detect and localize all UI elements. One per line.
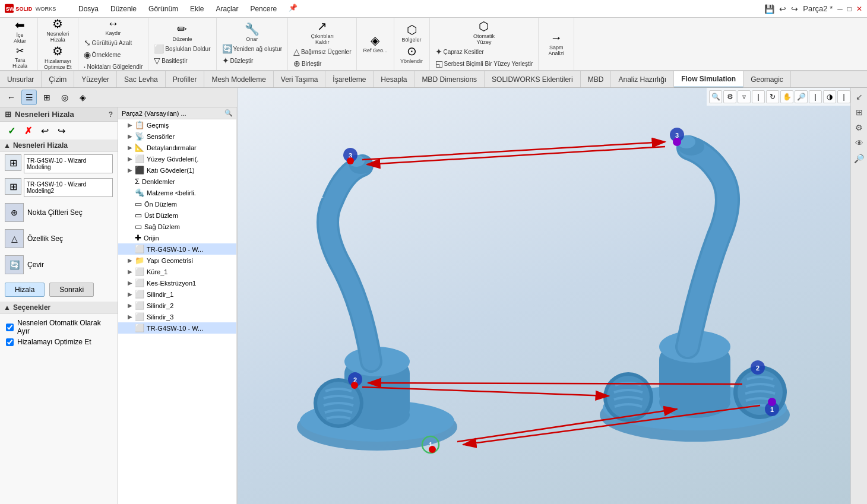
ribbon-btn-duzlestir[interactable]: ✦ Düzleştir <box>220 55 284 66</box>
tree-item-silindir3[interactable]: ▶ ⬜ Silindir_3 <box>118 311 236 322</box>
ribbon-btn-bagimsiz[interactable]: △ Bağımsız Üçgenler <box>292 46 353 57</box>
quick-redo-icon[interactable]: ↪ <box>791 4 798 14</box>
ribbon-btn-bolgeler[interactable]: ⬡ Bölgeler <box>399 23 423 44</box>
ribbon-btn-yeniden[interactable]: 🔄 Yeniden ağ oluştur <box>220 43 284 54</box>
rotate-item[interactable]: 🔄 Çevir <box>0 252 118 278</box>
tab-hesapla[interactable]: Hesapla <box>374 71 414 88</box>
tab-yuzeyler[interactable]: Yüzeyler <box>74 71 117 88</box>
tree-item-on-duzlem[interactable]: ▭ Ön Düzlem <box>118 198 236 210</box>
ok-btn[interactable]: ✓ <box>5 124 18 137</box>
tab-mesh[interactable]: Mesh Modelleme <box>204 71 273 88</box>
close-btn[interactable]: ✕ <box>856 5 862 13</box>
tree-item-detaylandirmalar[interactable]: ▶ 📐 Detaylandırmalar <box>118 142 236 153</box>
help-btn[interactable]: ? <box>109 110 113 119</box>
ribbon-btn-cikinti[interactable]: ↗ ÇıkıntılarıKaldır <box>308 19 336 46</box>
align-item-2-text[interactable]: TR-G4SW-10 - Wizard Modeling2 <box>24 178 113 197</box>
tree-item-tr1[interactable]: ⬜ TR-G4SW-10 - W... <box>118 243 236 255</box>
tree-item-silindir1[interactable]: ▶ ⬜ Silindir_1 <box>118 289 236 300</box>
tab-mbd-dimensions[interactable]: MBD Dimensions <box>414 71 485 88</box>
tree-item-kati-govdeler[interactable]: ▶ ⬛ Katı Gövdeler(1) <box>118 164 236 176</box>
checkbox-2[interactable] <box>6 338 14 346</box>
redo-btn[interactable]: ↪ <box>55 124 68 137</box>
panel-icon-extra[interactable]: ◈ <box>75 90 90 105</box>
tab-flow-simulation[interactable]: Flow Simulation <box>674 71 743 88</box>
tree-item-silindir2[interactable]: ▶ ⬜ Silindir_2 <box>118 300 236 311</box>
tree-search-icon[interactable]: 🔍 <box>224 109 233 117</box>
vp-filter-icon[interactable]: ▿ <box>738 90 751 103</box>
menu-gorunum[interactable]: Görünüm <box>144 4 183 14</box>
panel-icon-display[interactable]: ◎ <box>57 90 72 105</box>
tree-item-malzeme[interactable]: 🔩 Malzeme <belirli. <box>118 187 236 198</box>
ribbon-btn-serbest[interactable]: ◱ Serbest Biçimli Bir Yüzey Yerleştir <box>434 58 535 69</box>
ribbon-btn-kaydir[interactable]: ↔ Kaydır <box>103 18 123 37</box>
ribbon-btn-tara[interactable]: ✂ TaraHizala <box>10 45 30 70</box>
menu-duzenle[interactable]: Düzenle <box>106 4 141 14</box>
panel-icon-properties[interactable]: ⊞ <box>39 90 55 105</box>
checkbox-1[interactable] <box>6 324 14 331</box>
maximize-btn[interactable]: □ <box>847 5 852 13</box>
tree-item-sensorler[interactable]: ▶ 📡 Sensörler <box>118 131 236 142</box>
tab-analiz[interactable]: Analiz Hazırlığı <box>611 71 674 88</box>
tree-item-yuzey-govdeleri[interactable]: ▶ ⬜ Yüzey Gövdeleri(. <box>118 153 236 164</box>
ribbon-btn-duzenle[interactable]: ✏ Düzenle <box>170 22 194 43</box>
menu-pencere[interactable]: Pencere <box>245 4 281 14</box>
rs-arrow-icon[interactable]: ↙ <box>853 90 866 103</box>
rs-settings-icon[interactable]: ⚙ <box>853 121 866 134</box>
tab-unsurlar[interactable]: Unsurlar <box>0 71 42 88</box>
tab-profiller[interactable]: Profiller <box>166 71 205 88</box>
viewport[interactable]: 🔍 ⚙ ▿ | ↻ ✋ 🔎 | ◑ | ⋯ <box>238 88 867 504</box>
vp-pan-icon[interactable]: ✋ <box>780 90 793 103</box>
quick-undo-icon[interactable]: ↩ <box>779 4 786 14</box>
tree-item-kure[interactable]: ▶ ⬜ Küre_1 <box>118 266 236 277</box>
tree-item-gecmis[interactable]: ▶ 📋 Geçmiş <box>118 119 236 131</box>
rs-zoom-icon[interactable]: 🔎 <box>853 152 866 165</box>
vp-search-icon[interactable]: 🔍 <box>709 90 722 103</box>
tab-solidworks-eklentileri[interactable]: SOLIDWORKS Eklentileri <box>485 71 581 88</box>
ribbon-btn-otomatik[interactable]: ⬡ OtomatikYüzey <box>471 19 497 46</box>
ribbon-btn-capraz[interactable]: ✦ Çapraz Kesitler <box>434 46 535 57</box>
tree-item-ust-duzlem[interactable]: ▭ Üst Düzlem <box>118 210 236 221</box>
vp-zoom-icon[interactable]: 🔎 <box>795 90 808 103</box>
align-item-1-text[interactable]: TR-G4SW-10 - Wizard Modeling <box>24 154 113 173</box>
minimize-btn[interactable]: ─ <box>837 5 843 13</box>
rs-expand-icon[interactable]: ⊞ <box>853 106 866 119</box>
ribbon-btn-basitleştir[interactable]: ▽ Basitleştir <box>152 55 212 66</box>
cancel-btn[interactable]: ✗ <box>21 124 34 137</box>
tree-item-yapi[interactable]: ▶ 📁 Yapı Geometrisi <box>118 255 236 266</box>
ribbon-btn-onar[interactable]: 🔧 Onar <box>242 22 262 43</box>
feature-select-item[interactable]: △ Özellik Seç <box>0 226 118 252</box>
tree-item-denklemler[interactable]: Σ Denklemler <box>118 176 236 187</box>
rs-view-icon[interactable]: 👁 <box>853 137 866 150</box>
tree-item-sag-duzlem[interactable]: ▭ Sağ Düzlem <box>118 221 236 232</box>
undo-btn[interactable]: ↩ <box>38 124 51 137</box>
ribbon-btn-nesneleri[interactable]: ⚙ NesneleriHizala <box>44 18 71 44</box>
menu-araclar[interactable]: Araçlar <box>211 4 243 14</box>
ribbon-btn-yonlendir[interactable]: ⊙ Yönlendir <box>398 44 425 65</box>
pin-icon[interactable]: 📌 <box>289 4 298 14</box>
align-btn[interactable]: Hizala <box>5 283 45 297</box>
menu-ekle[interactable]: Ekle <box>185 4 208 14</box>
tab-mbd[interactable]: MBD <box>581 71 612 88</box>
vp-rotate-icon[interactable]: ↻ <box>766 90 779 103</box>
tree-item-orijin[interactable]: ✚ Orijin <box>118 232 236 243</box>
ribbon-btn-ice-aktar[interactable]: ⬅ İçeAktar <box>11 18 29 45</box>
tab-cizim[interactable]: Çizim <box>42 71 74 88</box>
ribbon-btn-birlestir[interactable]: ⊕ Birleştir <box>292 58 353 69</box>
vp-display-icon[interactable]: ◑ <box>823 90 836 103</box>
tab-veri-tasima[interactable]: Veri Taşıma <box>274 71 325 88</box>
quick-save-icon[interactable]: 💾 <box>764 4 774 14</box>
tab-geomagic[interactable]: Geomagic <box>743 71 791 88</box>
panel-icon-back[interactable]: ← <box>4 90 19 105</box>
ribbon-btn-ref[interactable]: ◈ Ref Geo... <box>360 33 390 55</box>
tab-sac-levha[interactable]: Sac Levha <box>117 71 166 88</box>
ribbon-btn-hizalamayi[interactable]: ⚙ HizalamayıOptimize Et <box>42 44 74 71</box>
ribbon-btn-noktalar[interactable]: · Noktaları Gölgelendir <box>82 61 145 71</box>
tab-isaretleme[interactable]: İşaretleme <box>325 71 374 88</box>
ribbon-btn-sapma[interactable]: → SapmAnalizi <box>546 30 567 58</box>
vp-settings-icon[interactable]: ⚙ <box>723 90 736 103</box>
menu-dosya[interactable]: Dosya <box>74 4 103 14</box>
ribbon-btn-bosluklari[interactable]: ⬜ Boşlukları Doldur <box>152 43 212 54</box>
ribbon-btn-gurultu[interactable]: ⤡ Gürültüyü Azalt <box>82 37 145 48</box>
tree-item-tr2[interactable]: ⬜ TR-G4SW-10 - W... <box>118 322 236 334</box>
panel-icon-feature-tree[interactable]: ☰ <box>21 90 37 105</box>
